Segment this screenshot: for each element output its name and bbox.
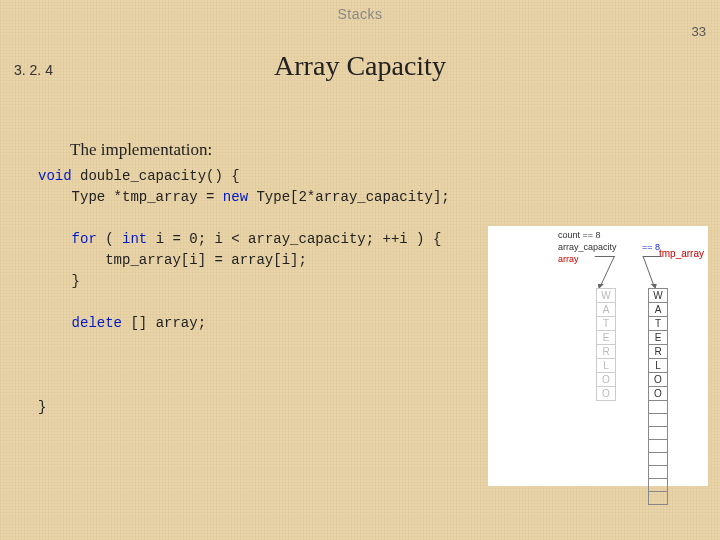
code-line-3e: i = 0; i < array_capacity; ++i ) { xyxy=(147,231,441,247)
array-cell: O xyxy=(648,386,668,401)
array-cell: O xyxy=(648,372,668,387)
array-cell: O xyxy=(596,386,616,401)
array-cell: A xyxy=(596,302,616,317)
array-cell: A xyxy=(648,302,668,317)
code-line-6a xyxy=(38,315,72,331)
array-cell: E xyxy=(648,330,668,345)
array-cell xyxy=(648,439,668,453)
page-number: 33 xyxy=(692,24,706,39)
count-label: count == 8 xyxy=(558,230,601,240)
tmp-array-pointer-label: tmp_array xyxy=(659,248,704,259)
array-cell: E xyxy=(596,330,616,345)
array-cell: L xyxy=(648,358,668,373)
code-line-4: tmp_array[i] = array[i]; xyxy=(38,252,307,268)
capacity-value: == 8 xyxy=(642,242,660,252)
capacity-label: array_capacity xyxy=(558,242,617,252)
arrow-to-old-array-icon xyxy=(581,256,615,286)
array-cell: T xyxy=(648,316,668,331)
array-cell: W xyxy=(596,288,616,303)
code-line-2c: Type[2*array_capacity]; xyxy=(248,189,450,205)
kw-int: int xyxy=(122,231,147,247)
kw-new: new xyxy=(223,189,248,205)
kw-for: for xyxy=(72,231,97,247)
array-cell: L xyxy=(596,358,616,373)
subtitle: The implementation: xyxy=(70,140,212,160)
kw-void: void xyxy=(38,168,72,184)
code-block: void double_capacity() { Type *tmp_array… xyxy=(38,166,450,418)
code-line-6c: [] array; xyxy=(122,315,206,331)
array-cell xyxy=(648,491,668,505)
code-line-3c: ( xyxy=(97,231,122,247)
code-line-1: double_capacity() { xyxy=(72,168,240,184)
code-line-3a xyxy=(38,231,72,247)
memory-diagram: count == 8 array_capacity == 8 array tmp… xyxy=(488,226,708,486)
array-cell xyxy=(648,400,668,414)
code-line-2a: Type *tmp_array = xyxy=(38,189,223,205)
old-array-stack: WATERLOO xyxy=(596,288,616,400)
code-line-7: } xyxy=(38,399,46,415)
array-cell: R xyxy=(648,344,668,359)
array-cell: R xyxy=(596,344,616,359)
array-cell: W xyxy=(648,288,668,303)
array-cell: T xyxy=(596,316,616,331)
array-cell xyxy=(648,452,668,466)
array-cell xyxy=(648,465,668,479)
array-cell xyxy=(648,426,668,440)
slide-header: Stacks xyxy=(0,0,720,22)
array-pointer-label: array xyxy=(558,254,579,264)
arrow-to-tmp-array-icon xyxy=(643,256,672,286)
array-cell xyxy=(648,413,668,427)
array-cell xyxy=(648,478,668,492)
kw-delete: delete xyxy=(72,315,122,331)
slide-title: Array Capacity xyxy=(0,50,720,82)
code-line-5: } xyxy=(38,273,80,289)
tmp-array-stack: WATERLOO xyxy=(648,288,668,504)
array-cell: O xyxy=(596,372,616,387)
